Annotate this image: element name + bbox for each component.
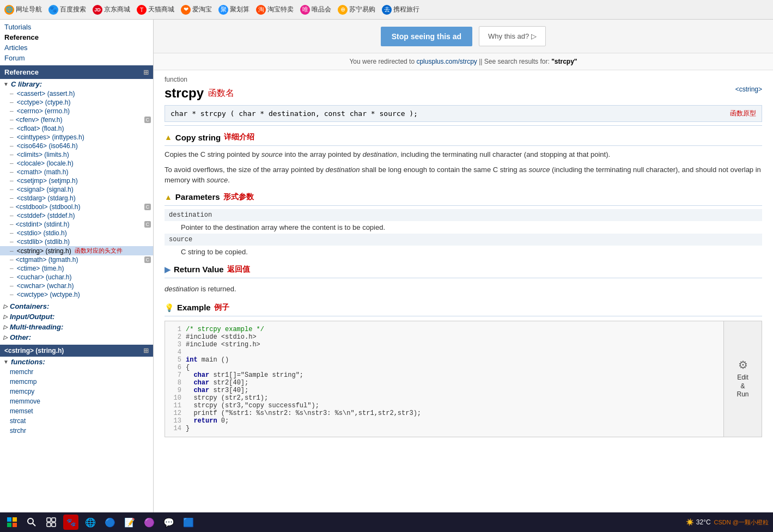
header-file-link[interactable]: <cstring> <box>735 85 762 93</box>
nav-aitaobao-icon: ❤ <box>181 5 191 15</box>
sidebar-item-cassert[interactable]: – <cassert> (assert.h) <box>0 89 153 98</box>
io-label: ▷ Input/Output: <box>0 311 153 322</box>
nav-juhuasuan[interactable]: 聚 聚划算 <box>218 5 249 15</box>
multithreading-expand-icon[interactable]: ▷ <box>3 324 8 330</box>
sidebar-item-cstring[interactable]: – <cstring> (string.h) 函数对应的头文件 <box>0 246 153 255</box>
taskbar-start-icon[interactable] <box>4 515 20 530</box>
copy-title-zh: 详细介绍 <box>224 132 254 142</box>
sidebar-item-forum[interactable]: Forum <box>4 53 149 63</box>
param-destination: destination Pointer to the destination a… <box>165 209 762 234</box>
code-block: 1 /* strcpy example */ 2 #include <stdio… <box>165 321 723 437</box>
taskbar-app-icon-4[interactable]: 📝 <box>122 515 137 530</box>
sidebar-item-cwctype[interactable]: – <cwctype> (wctype.h) <box>0 290 153 299</box>
nav-vipshop[interactable]: 唯 唯品会 <box>300 5 331 15</box>
nav-suning[interactable]: ⊕ 苏宁易购 <box>338 5 375 15</box>
nav-aitaobao[interactable]: ❤ 爱淘宝 <box>181 5 212 15</box>
taskbar-app-icon-6[interactable]: 💬 <box>161 515 176 530</box>
reference-panel-expand-icon[interactable]: ⊞ <box>143 69 149 76</box>
func-strcat[interactable]: strcat <box>0 416 153 426</box>
nav-baidu-icon: 🐾 <box>48 5 58 15</box>
redirect-link[interactable]: cplusplus.com/strcpy <box>416 58 477 65</box>
cstring-panel-header: <cstring> (string.h) ⊞ <box>0 345 153 357</box>
sidebar-item-cmath[interactable]: – <cmath> (math.h) <box>0 168 153 176</box>
containers-title: Containers: <box>10 302 49 310</box>
edit-run-label: Edit&Run <box>737 374 748 399</box>
cstring-panel-icon[interactable]: ⊞ <box>143 347 149 354</box>
sidebar-item-tutorials[interactable]: Tutorials <box>4 22 149 32</box>
sidebar-item-articles[interactable]: Articles <box>4 42 149 53</box>
sidebar-item-cuchar[interactable]: – <cuchar> (uchar.h) <box>0 273 153 282</box>
io-expand-icon[interactable]: ▷ <box>3 314 8 320</box>
sidebar-item-ciso646[interactable]: – <ciso646> (iso646.h) <box>0 142 153 150</box>
func-memcpy[interactable]: memcpy <box>0 387 153 396</box>
nav-taobao[interactable]: 淘 淘宝特卖 <box>256 5 294 15</box>
func-memcmp[interactable]: memcmp <box>0 377 153 387</box>
nav-ctrip[interactable]: 去 携程旅行 <box>382 5 419 15</box>
function-title-zh: 函数名 <box>208 88 234 99</box>
taskbar-app-icon-3[interactable]: 🔵 <box>102 515 118 530</box>
sidebar-item-climits[interactable]: – <climits> (limits.h) <box>0 150 153 159</box>
taskbar-app-icon-7[interactable]: 🟦 <box>181 515 196 530</box>
sidebar-item-reference[interactable]: Reference <box>4 32 149 42</box>
nav-baidu[interactable]: 🐾 百度搜索 <box>48 5 86 15</box>
taskbar-app-icon-1[interactable]: 🐾 <box>63 515 78 530</box>
weather-icon: ☀️ <box>686 518 694 526</box>
top-navigation: 🌐 网址导航 🐾 百度搜索 JD 京东商城 T 天猫商城 ❤ 爱淘宝 聚 聚划算… <box>0 0 773 20</box>
nav-tianmao-icon: T <box>137 5 147 15</box>
func-memset[interactable]: memset <box>0 406 153 416</box>
functions-expand-icon[interactable]: ▼ <box>3 359 9 365</box>
params-title-zh: 形式参数 <box>223 192 254 202</box>
code-line-13: 13 return 0; <box>171 417 718 425</box>
sidebar-item-cwchar[interactable]: – <cwchar> (wchar.h) <box>0 282 153 290</box>
code-line-10: 10 strcpy (str2,str1); <box>171 394 718 402</box>
sidebar-item-cfenv[interactable]: – <cfenv> (fenv.h) C <box>0 115 153 124</box>
sidebar-item-cinttypes[interactable]: – <cinttypes> (inttypes.h) <box>0 133 153 142</box>
code-line-4: 4 <box>171 348 718 356</box>
taskbar-app-icon-5[interactable]: 🟣 <box>142 515 157 530</box>
containers-expand-icon[interactable]: ▷ <box>3 303 8 309</box>
func-memchr[interactable]: memchr <box>0 367 153 377</box>
params-section-icon: ▲ <box>165 193 172 201</box>
sidebar-item-clocale[interactable]: – <clocale> (locale.h) <box>0 159 153 168</box>
nav-jd[interactable]: JD 京东商城 <box>93 5 130 15</box>
return-section-icon: ▶ <box>165 265 171 274</box>
taskbar-taskview-icon[interactable] <box>44 515 59 530</box>
edit-run-panel[interactable]: ⚙ Edit&Run <box>723 321 762 437</box>
sidebar-item-cerrno[interactable]: – <cerrno> (errno.h) <box>0 107 153 115</box>
sidebar-item-cstddef[interactable]: – <cstddef> (stddef.h) <box>0 211 153 220</box>
sidebar-item-ctime[interactable]: – <ctime> (time.h) <box>0 264 153 273</box>
sidebar-item-cfloat[interactable]: – <cfloat> (float.h) <box>0 124 153 133</box>
func-strchr[interactable]: strchr <box>0 426 153 436</box>
func-memmove[interactable]: memmove <box>0 396 153 406</box>
other-expand-icon[interactable]: ▷ <box>3 334 8 340</box>
nav-vipshop-label: 唯品会 <box>312 5 331 14</box>
c-library-expand-icon[interactable]: ▼ <box>3 81 9 87</box>
svg-rect-6 <box>47 518 51 522</box>
sidebar-item-cstdlib[interactable]: – <cstdlib> (stdlib.h) <box>0 237 153 246</box>
sidebar-item-cctype[interactable]: – <cctype> (ctype.h) <box>0 98 153 107</box>
taskbar-app-icon-2[interactable]: 🌐 <box>83 515 98 530</box>
sidebar-item-cstdarg[interactable]: – <cstdarg> (stdarg.h) <box>0 194 153 203</box>
divider-4 <box>165 278 762 278</box>
sidebar-item-ctgmath[interactable]: – <ctgmath> (tgmath.h) C <box>0 255 153 264</box>
taskbar-search-icon[interactable] <box>24 515 39 530</box>
nav-jd-icon: JD <box>93 5 102 15</box>
stop-ad-button[interactable]: Stop seeing this ad <box>381 27 472 46</box>
sidebar-item-cstdint[interactable]: – <cstdint> (stdint.h) C <box>0 220 153 229</box>
c-library-section: ▼ C library: – <cassert> (assert.h) – <c… <box>0 79 153 343</box>
nav-website-nav[interactable]: 🌐 网址导航 <box>4 5 42 15</box>
code-block-container: 1 /* strcpy example */ 2 #include <stdio… <box>165 321 762 437</box>
sidebar-item-cstdbool[interactable]: – <cstdbool> (stdbool.h) C <box>0 203 153 211</box>
why-ad-button[interactable]: Why this ad? ▷ <box>479 26 546 46</box>
redirect-notice: You were redirected to cplusplus.com/str… <box>154 53 773 70</box>
return-section-title: ▶ Return Value 返回值 <box>165 265 762 274</box>
nav-tianmao[interactable]: T 天猫商城 <box>137 5 174 15</box>
sidebar-item-csignal[interactable]: – <csignal> (signal.h) <box>0 185 153 194</box>
svg-rect-3 <box>13 523 17 527</box>
code-line-9: 9 char str3[40]; <box>171 387 718 394</box>
nav-ctrip-icon: 去 <box>382 5 392 15</box>
cstring-panel-title: <cstring> (string.h) <box>4 347 64 354</box>
sidebar-item-cstdio[interactable]: – <cstdio> (stdio.h) <box>0 229 153 237</box>
sidebar-item-csetjmp[interactable]: – <csetjmp> (setjmp.h) <box>0 176 153 185</box>
c-icon-cstdbool: C <box>144 204 151 210</box>
